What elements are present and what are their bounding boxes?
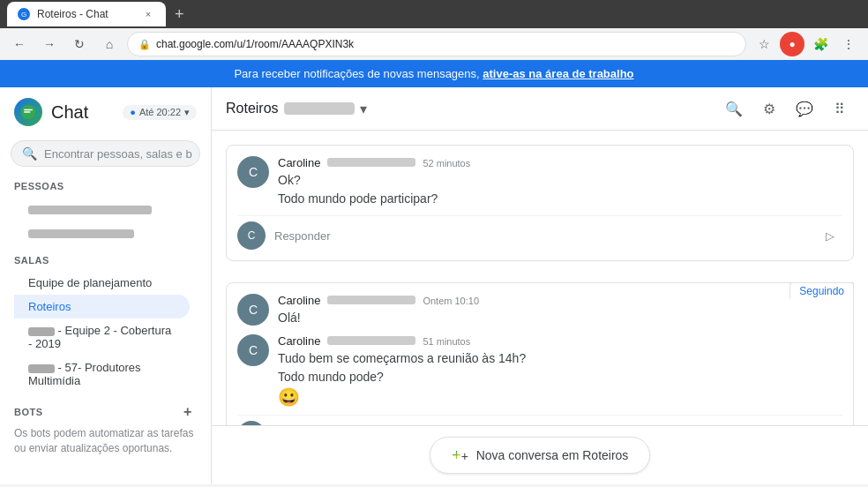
back-button[interactable]: ← xyxy=(7,32,32,56)
plus-icon: + xyxy=(452,446,469,464)
tab-title: Roteiros - Chat xyxy=(37,8,108,20)
refresh-button[interactable]: ↻ xyxy=(67,32,92,56)
search-box[interactable]: 🔍 xyxy=(11,140,200,167)
forward-button[interactable]: → xyxy=(37,32,62,56)
emoji-smiley: 😀 xyxy=(278,386,842,408)
extension-icon[interactable]: 🧩 xyxy=(808,32,833,56)
tab-favicon: G xyxy=(18,8,30,20)
security-icon: 🔒 xyxy=(138,39,151,50)
people-section-label: PESSOAS xyxy=(14,181,197,191)
msg-time-2a: Ontem 10:10 xyxy=(423,296,479,306)
person-item-1[interactable] xyxy=(14,197,190,221)
message-2b: C Caroline 51 minutos Tudo bem se começa… xyxy=(237,334,842,408)
bots-description: Os bots podem automatizar as tarefas ou … xyxy=(14,426,197,456)
reply-avatar-1: C xyxy=(237,221,266,250)
menu-icon[interactable]: ⋮ xyxy=(836,32,861,56)
msg-text-1a: Ok? xyxy=(278,171,842,190)
chat-area: C Caroline 52 minutos Ok? Todo mundo pod… xyxy=(212,131,868,425)
reply-row-2: C Responder ▷ xyxy=(237,415,842,425)
msg-text-2b-1: Tudo bem se começarmos a reunião às 14h? xyxy=(278,349,842,368)
thread-wrapper-2: Seguindo C Caroline Ontem 10:10 Olá! xyxy=(226,282,854,425)
app-layout: Chat ● Até 20:22 ▾ 🔍 PESSOAS xyxy=(0,87,868,484)
reply-avatar-2: C xyxy=(237,421,266,425)
person-email-2 xyxy=(28,229,134,238)
author-blurred-2a xyxy=(327,296,415,304)
new-tab-button[interactable]: + xyxy=(175,5,184,24)
home-button[interactable]: ⌂ xyxy=(97,32,122,56)
main-header: Roteiros ▾ 🔍 ⚙ 💬 ⠿ xyxy=(212,87,868,131)
sidebar-header: Chat ● Até 20:22 ▾ xyxy=(0,87,211,137)
bots-section-label: BOTS + xyxy=(14,403,197,421)
following-badge: Seguindo xyxy=(789,282,854,299)
msg-time-2b: 51 minutos xyxy=(423,336,470,347)
search-input[interactable] xyxy=(44,147,192,161)
room-item-roteiros[interactable]: Roteiros xyxy=(14,295,190,318)
new-conversation-label: Nova conversa em Roteiros xyxy=(476,448,629,462)
bookmark-icon[interactable]: ☆ xyxy=(752,32,776,56)
msg-content-1: Caroline 52 minutos Ok? Todo mundo pode … xyxy=(278,156,842,208)
msg-text-2b-2: Todo mundo pode? xyxy=(278,368,842,386)
browser-chrome: G Roteiros - Chat × + xyxy=(0,0,868,28)
grid-header-button[interactable]: ⠿ xyxy=(826,94,854,123)
person-item-2[interactable] xyxy=(14,221,190,244)
banner-text: Para receber notificações de novas mensa… xyxy=(234,67,479,80)
search-header-button[interactable]: 🔍 xyxy=(720,94,748,123)
avatar-caroline-2b: C xyxy=(237,334,269,366)
main-content: Roteiros ▾ 🔍 ⚙ 💬 ⠿ C Caroline xyxy=(212,87,868,484)
reply-row-1: C Responder ▷ xyxy=(237,215,842,250)
room-item-cobertura[interactable]: - Equipe 2 - Cobertura - 2019 xyxy=(14,318,190,356)
browser-controls: ← → ↻ ⌂ 🔒 chat.google.com/u/1/room/AAAAQ… xyxy=(0,28,868,60)
avatar-caroline-2a: C xyxy=(237,294,269,326)
people-section: PESSOAS xyxy=(0,174,211,248)
msg-time-1: 52 minutos xyxy=(423,158,470,169)
time-badge-chevron: ▾ xyxy=(184,107,190,118)
room-name: Roteiros ▾ xyxy=(226,101,367,117)
author-blurred-1 xyxy=(327,158,415,167)
bots-section: BOTS + Os bots podem automatizar as tare… xyxy=(0,396,211,463)
new-chat-header-button[interactable]: 💬 xyxy=(790,94,819,123)
time-badge-label: Até 20:22 xyxy=(139,107,181,117)
msg-header-1: Caroline 52 minutos xyxy=(278,156,842,169)
room-item-planning[interactable]: Equipe de planejamento xyxy=(14,271,190,295)
thread-group-1: C Caroline 52 minutos Ok? Todo mundo pod… xyxy=(226,145,854,261)
msg-text-1b: Todo mundo pode participar? xyxy=(278,190,842,208)
rooms-section-label: SALAS xyxy=(14,255,197,266)
header-actions: 🔍 ⚙ 💬 ⠿ xyxy=(720,94,854,123)
notification-banner: Para receber notificações de novas mensa… xyxy=(0,60,868,87)
time-badge[interactable]: ● Até 20:22 ▾ xyxy=(123,105,197,120)
rooms-section: SALAS Equipe de planejamento Roteiros - … xyxy=(0,248,211,396)
msg-content-2a: Caroline Ontem 10:10 Olá! xyxy=(278,294,842,327)
author-blurred-2b xyxy=(327,336,415,345)
message-2a: C Caroline Ontem 10:10 Olá! xyxy=(237,294,842,327)
msg-header-2b: Caroline 51 minutos xyxy=(278,334,842,348)
new-conversation-button[interactable]: + Nova conversa em Roteiros xyxy=(430,437,651,474)
reply-send-1[interactable]: ▷ xyxy=(818,223,842,248)
message-1: C Caroline 52 minutos Ok? Todo mundo pod… xyxy=(237,156,842,208)
sidebar: Chat ● Até 20:22 ▾ 🔍 PESSOAS xyxy=(0,87,212,484)
msg-content-2b: Caroline 51 minutos Tudo bem se começarm… xyxy=(278,334,842,408)
browser-tab[interactable]: G Roteiros - Chat × xyxy=(7,2,166,26)
app-title: Chat xyxy=(51,102,88,123)
tab-close-button[interactable]: × xyxy=(141,7,155,21)
person-email-1 xyxy=(28,206,152,214)
msg-header-2a: Caroline Ontem 10:10 xyxy=(278,294,842,307)
browser-actions: ☆ ● 🧩 ⋮ xyxy=(752,32,861,56)
msg-text-2a: Olá! xyxy=(278,309,842,327)
reply-input-1[interactable]: Responder xyxy=(274,229,809,243)
banner-link[interactable]: ative-as na área de trabalho xyxy=(483,67,633,80)
app-logo xyxy=(14,98,42,126)
reply-send-2[interactable]: ▷ xyxy=(818,423,842,425)
new-conversation-bar: + Nova conversa em Roteiros xyxy=(212,425,868,484)
room-name-chevron[interactable]: ▾ xyxy=(360,101,367,117)
thread-group-2: C Caroline Ontem 10:10 Olá! C xyxy=(226,282,854,425)
address-bar[interactable]: 🔒 chat.google.com/u/1/room/AAAAQPXIN3k xyxy=(127,32,746,56)
msg-author-1: Caroline xyxy=(278,156,320,169)
room-item-multimidia[interactable]: - 57- Produtores Multimídia xyxy=(14,356,190,393)
search-icon: 🔍 xyxy=(22,146,37,161)
avatar-caroline-1: C xyxy=(237,156,269,188)
msg-author-2b: Caroline xyxy=(278,334,320,348)
settings-header-button[interactable]: ⚙ xyxy=(755,94,783,123)
room-name-blurred xyxy=(284,102,355,115)
profile-icon[interactable]: ● xyxy=(780,32,804,56)
add-bot-button[interactable]: + xyxy=(179,403,197,421)
